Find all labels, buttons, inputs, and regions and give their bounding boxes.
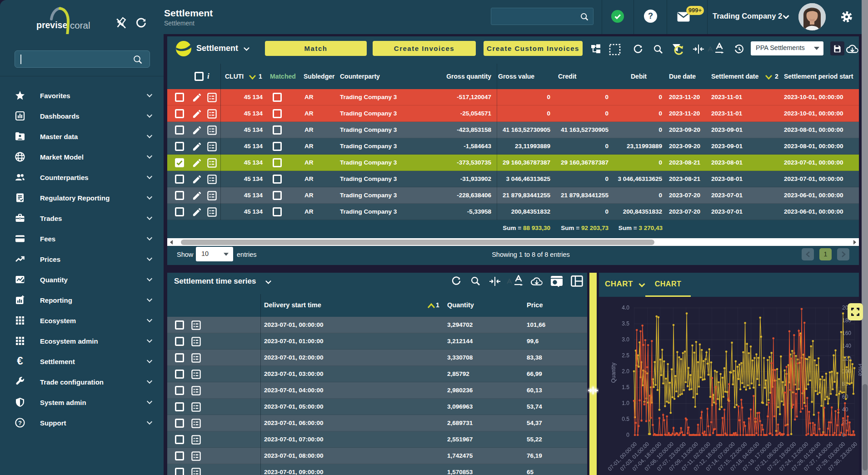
svg-text:€: € [17,356,23,367]
svg-text:?: ? [18,419,22,426]
